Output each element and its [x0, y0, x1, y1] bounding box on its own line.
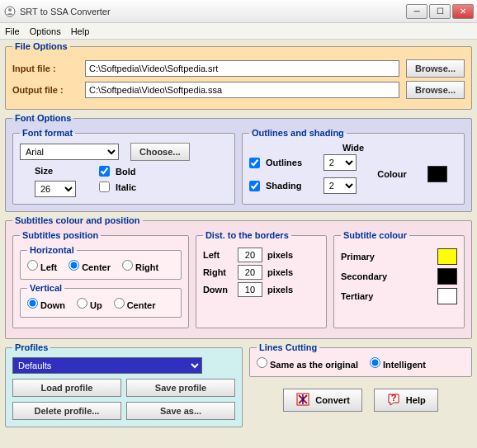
font-options-legend: Font Options: [12, 113, 73, 123]
help-icon: ?: [386, 392, 401, 408]
wide-label: Wide: [249, 143, 457, 153]
subtitle-colour-group: Subtitle colour Primary Secondary Tertia…: [333, 230, 465, 328]
menubar: File Options Help: [0, 23, 477, 40]
subtitles-legend: Subtitles colour and position: [12, 215, 143, 225]
outlines-group: Outlines and shading Wide Outlines 2 Col…: [242, 128, 465, 205]
distance-legend: Dist. to the borders: [203, 230, 291, 240]
lines-cutting-group: Lines Cutting Same as the original Intel…: [249, 342, 472, 377]
intelligent-radio[interactable]: Intelligent: [370, 357, 426, 370]
browse-input-button[interactable]: Browse...: [406, 59, 465, 78]
same-original-radio[interactable]: Same as the original: [257, 357, 358, 370]
subtitles-position-legend: Subtitles position: [20, 230, 101, 240]
outline-colour-swatch[interactable]: [427, 166, 447, 182]
vertical-group: Vertical Down Up Center: [20, 283, 182, 318]
v-center-radio[interactable]: Center: [114, 298, 156, 310]
input-file-label: Input file :: [12, 64, 78, 73]
bold-checkbox[interactable]: Bold: [99, 166, 136, 177]
browse-output-button[interactable]: Browse...: [406, 81, 465, 99]
maximize-button[interactable]: ☐: [429, 4, 451, 19]
delete-profile-button[interactable]: Delete profile...: [12, 402, 121, 420]
help-button[interactable]: ? Help: [374, 389, 438, 412]
tertiary-colour-swatch[interactable]: [437, 288, 457, 304]
h-right-radio[interactable]: Right: [122, 260, 158, 272]
convert-icon: [295, 392, 310, 408]
h-left-radio[interactable]: Left: [27, 260, 57, 272]
app-icon: [3, 5, 17, 18]
titlebar: SRT to SSA Converter ─ ☐ ✕: [0, 0, 477, 23]
choose-font-button[interactable]: Choose...: [130, 143, 190, 161]
outlines-legend: Outlines and shading: [249, 128, 347, 138]
v-up-radio[interactable]: Up: [77, 298, 102, 310]
italic-checkbox[interactable]: Italic: [99, 182, 136, 192]
dist-down-label: Down: [203, 285, 233, 295]
secondary-colour-swatch[interactable]: [437, 268, 457, 285]
convert-button[interactable]: Convert: [283, 389, 362, 412]
dist-right-field[interactable]: [238, 265, 262, 280]
menu-file[interactable]: File: [5, 26, 20, 36]
lines-cutting-legend: Lines Cutting: [257, 342, 319, 352]
primary-colour-swatch[interactable]: [437, 248, 457, 265]
file-options-legend: File Options: [12, 41, 70, 51]
horizontal-group: Horizontal Left Center Right: [20, 245, 182, 280]
svg-point-1: [8, 8, 12, 12]
tertiary-label: Tertiary: [341, 291, 374, 301]
subtitles-position-group: Subtitles position Horizontal Left Cente…: [12, 230, 189, 328]
dist-left-field[interactable]: [238, 248, 262, 262]
v-down-radio[interactable]: Down: [27, 298, 65, 310]
font-format-legend: Font format: [20, 128, 75, 138]
window-title: SRT to SSA Converter: [20, 7, 406, 17]
input-file-field[interactable]: [85, 60, 399, 77]
font-options-group: Font Options Font format Arial Choose...…: [5, 113, 472, 212]
svg-text:?: ?: [390, 393, 396, 403]
shading-width-select[interactable]: 2: [324, 177, 357, 194]
size-label: Size: [35, 166, 76, 176]
file-options-group: File Options Input file : Browse... Outp…: [5, 41, 472, 110]
outlines-checkbox[interactable]: Outlines: [249, 158, 312, 168]
dist-right-label: Right: [203, 267, 233, 277]
close-button[interactable]: ✕: [452, 4, 474, 19]
subtitle-colour-legend: Subtitle colour: [341, 230, 409, 240]
output-file-field[interactable]: [85, 82, 399, 98]
menu-help[interactable]: Help: [71, 26, 90, 36]
colour-label: Colour: [377, 169, 416, 179]
shading-checkbox[interactable]: Shading: [249, 181, 312, 191]
font-size-select[interactable]: 26: [35, 181, 76, 197]
minimize-button[interactable]: ─: [406, 4, 427, 19]
output-file-label: Output file :: [12, 85, 78, 95]
save-as-button[interactable]: Save as...: [126, 402, 235, 420]
dist-down-field[interactable]: [238, 282, 262, 297]
subtitles-group: Subtitles colour and position Subtitles …: [5, 215, 472, 339]
font-family-select[interactable]: Arial: [20, 144, 119, 160]
profile-select[interactable]: Defaults: [12, 357, 202, 374]
profiles-legend: Profiles: [12, 342, 50, 352]
profiles-group: Profiles Defaults Load profile Save prof…: [5, 342, 243, 427]
primary-label: Primary: [341, 252, 375, 262]
distance-group: Dist. to the borders Leftpixels Rightpix…: [196, 230, 327, 328]
font-format-group: Font format Arial Choose... Size 26 Bold…: [12, 128, 235, 205]
menu-options[interactable]: Options: [30, 26, 61, 36]
h-center-radio[interactable]: Center: [68, 260, 111, 272]
dist-left-label: Left: [203, 250, 233, 260]
outlines-width-select[interactable]: 2: [324, 154, 357, 171]
save-profile-button[interactable]: Save profile: [126, 379, 235, 397]
load-profile-button[interactable]: Load profile: [12, 379, 121, 397]
horizontal-legend: Horizontal: [27, 245, 77, 255]
secondary-label: Secondary: [341, 271, 387, 281]
vertical-legend: Vertical: [27, 283, 64, 293]
